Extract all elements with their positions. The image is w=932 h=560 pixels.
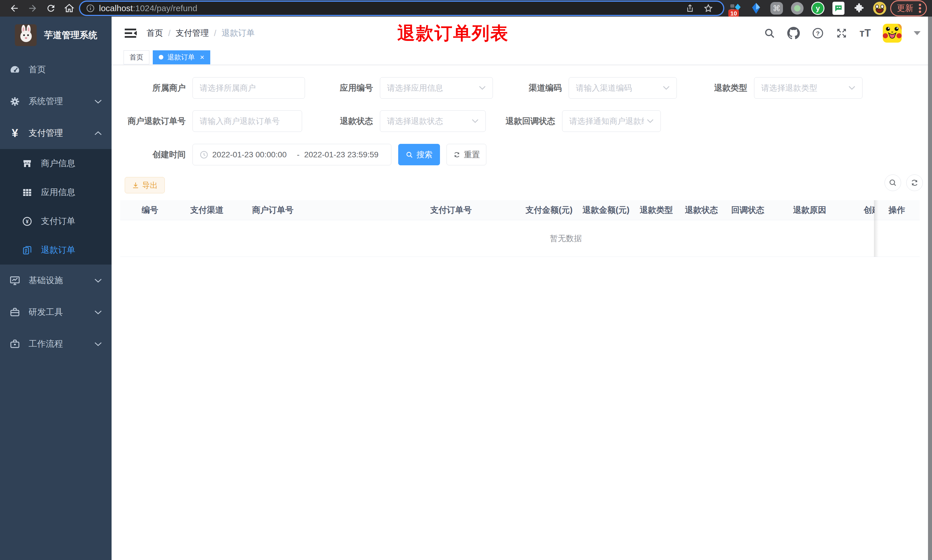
extension-chat-icon[interactable] — [832, 2, 845, 15]
extension-y-icon[interactable]: y — [811, 2, 824, 15]
export-label: 导出 — [142, 180, 158, 191]
breadcrumb: 首页 / 支付管理 / 退款订单 — [146, 28, 255, 39]
svg-text:¥: ¥ — [26, 219, 29, 225]
placeholder-text: 请选择退款状态 — [387, 116, 469, 127]
extension-emoji-icon[interactable] — [873, 2, 886, 15]
filter-label: 商户退款订单号 — [117, 115, 192, 127]
refresh-icon — [910, 178, 919, 187]
breadcrumb-current: 退款订单 — [221, 28, 255, 39]
reset-button[interactable]: 重置 — [446, 144, 486, 165]
window-edge — [928, 17, 932, 560]
channel-select[interactable]: 请输入渠道编码 — [569, 77, 677, 98]
sidebar-item-workflow[interactable]: 工作流程 — [0, 328, 112, 360]
svg-text:?: ? — [816, 30, 820, 37]
chevron-down-icon — [94, 310, 102, 315]
refund-table: 编号 支付渠道 商户订单号 支付订单号 支付金额(元) 退款金额(元) 退款类型… — [120, 200, 920, 257]
sidebar-item-label: 基础设施 — [29, 275, 63, 286]
extension-circle-icon[interactable] — [791, 2, 804, 15]
table-empty-body: 暂无数据 — [120, 220, 920, 257]
tag-refund-order[interactable]: 退款订单 × — [153, 50, 210, 65]
chevron-down-icon — [94, 342, 102, 346]
extension-puzzle-icon[interactable] — [852, 2, 866, 15]
app-logo[interactable]: 芋道管理系统 — [0, 17, 112, 54]
sidebar-item-infra[interactable]: 基础设施 — [0, 265, 112, 296]
col-refund-amount: 退款金额(元) — [583, 200, 629, 220]
browser-update-button[interactable]: 更新 — [890, 0, 927, 16]
shop-icon — [22, 159, 33, 168]
font-size-icon[interactable]: тT — [859, 27, 871, 39]
col-pay-amount: 支付金额(元) — [526, 200, 572, 220]
bookmark-star-icon[interactable] — [699, 2, 717, 15]
share-icon[interactable] — [681, 2, 699, 15]
sidebar-item-app-info[interactable]: 应用信息 — [0, 178, 112, 207]
breadcrumb-home[interactable]: 首页 — [146, 28, 163, 39]
extension-devtools-icon[interactable]: 10 — [729, 2, 742, 15]
tag-active-dot — [159, 55, 163, 60]
merchant-select[interactable]: 请选择所属商户 — [192, 77, 305, 98]
home-button[interactable] — [60, 2, 78, 15]
toolbox-icon — [9, 308, 21, 317]
sidebar-item-label: 应用信息 — [41, 186, 75, 198]
app-select[interactable]: 请选择应用信息 — [380, 77, 493, 98]
refresh-icon — [453, 151, 461, 158]
avatar-caret-icon[interactable] — [914, 31, 921, 35]
gear-icon — [9, 96, 21, 107]
avatar[interactable] — [883, 24, 902, 43]
breadcrumb-pay[interactable]: 支付管理 — [175, 28, 209, 39]
chevron-up-icon — [94, 131, 102, 135]
placeholder-text: 请选择退款类型 — [761, 83, 846, 94]
sidebar-item-home[interactable]: 首页 — [0, 54, 112, 86]
sidebar-fold-icon[interactable] — [122, 25, 139, 42]
sidebar-item-pay-order[interactable]: ¥ 支付订单 — [0, 207, 112, 236]
date-start-value: 2022-01-23 00:00:00 — [212, 150, 292, 159]
search-label: 搜索 — [417, 149, 432, 160]
monitor-chart-icon — [9, 275, 21, 286]
chevron-down-icon — [479, 86, 486, 90]
address-bar[interactable]: localhost:1024/pay/refund — [80, 2, 723, 15]
sidebar-item-pay[interactable]: ¥ 支付管理 — [0, 117, 112, 149]
filter-merchant-refund-no: 商户退款订单号 请输入商户退款订单号 — [117, 111, 302, 132]
callback-status-select[interactable]: 请选择通知商户退款结果的 — [562, 111, 661, 132]
show-search-toggle-button[interactable] — [884, 174, 901, 191]
export-button[interactable]: 导出 — [125, 177, 165, 193]
site-info-icon[interactable] — [86, 4, 95, 13]
search-button[interactable]: 搜索 — [398, 144, 440, 165]
refund-type-select[interactable]: 请选择退款类型 — [754, 77, 863, 98]
forward-button[interactable] — [23, 2, 42, 15]
date-range-picker[interactable]: 2022-01-23 00:00:00 - 2022-01-23 23:59:5… — [192, 144, 391, 165]
search-icon[interactable] — [764, 28, 775, 39]
app-title: 芋道管理系统 — [44, 29, 97, 41]
url-text: localhost:1024/pay/refund — [99, 3, 681, 13]
update-label: 更新 — [897, 3, 914, 14]
tag-close-icon[interactable]: × — [200, 54, 204, 61]
filter-refund-type: 退款类型 请选择退款类型 — [687, 77, 863, 98]
sidebar-item-merchant-info[interactable]: 商户信息 — [0, 149, 112, 178]
extension-command-icon[interactable]: ⌘ — [770, 2, 783, 15]
back-button[interactable] — [5, 2, 23, 15]
placeholder-text: 请输入商户退款订单号 — [200, 116, 295, 127]
help-icon[interactable]: ? — [812, 27, 824, 39]
filter-label: 退款类型 — [687, 82, 754, 94]
sidebar-item-system[interactable]: 系统管理 — [0, 86, 112, 117]
chevron-down-icon — [849, 86, 855, 90]
chevron-down-icon — [472, 119, 478, 123]
sidebar-item-refund-order[interactable]: 退款订单 — [0, 236, 112, 265]
refresh-table-button[interactable] — [906, 174, 923, 191]
browser-menu-icon[interactable] — [918, 3, 921, 13]
extension-balloon-icon[interactable] — [749, 2, 763, 15]
placeholder-text: 请选择所属商户 — [200, 83, 298, 94]
fullscreen-icon[interactable] — [836, 28, 847, 39]
filter-label: 退款状态 — [312, 115, 380, 127]
filter-app: 应用编号 请选择应用信息 — [312, 77, 493, 98]
sidebar-item-dev-tools[interactable]: 研发工具 — [0, 296, 112, 328]
github-icon[interactable] — [787, 27, 800, 40]
browser-toolbar: localhost:1024/pay/refund 10 ⌘ y 更新 — [0, 0, 932, 17]
page-title: 退款订单列表 — [397, 21, 509, 45]
sidebar-item-label: 商户信息 — [41, 158, 75, 169]
merchant-refund-no-input[interactable]: 请输入商户退款订单号 — [192, 111, 302, 132]
refund-status-select[interactable]: 请选择退款状态 — [380, 111, 486, 132]
col-id: 编号 — [141, 200, 158, 220]
reload-button[interactable] — [42, 2, 60, 15]
tag-home[interactable]: 首页 — [124, 50, 149, 65]
tag-label: 首页 — [129, 52, 143, 62]
